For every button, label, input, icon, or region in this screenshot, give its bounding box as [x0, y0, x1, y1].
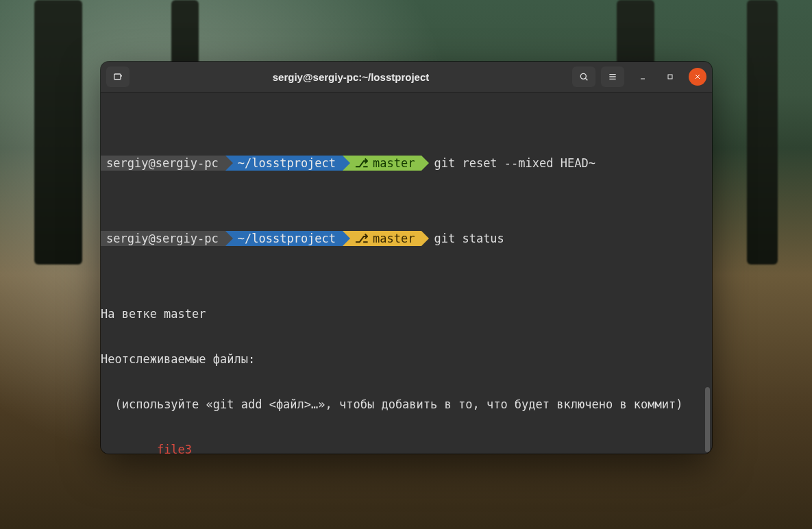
- svg-point-1: [580, 73, 586, 79]
- new-tab-icon: [112, 71, 123, 82]
- menu-button[interactable]: [601, 66, 624, 87]
- window-title: sergiy@sergiy-pc:~/losstproject: [135, 71, 567, 83]
- prompt-branch-segment: ⎇master: [343, 156, 421, 171]
- close-button[interactable]: [689, 68, 706, 86]
- terminal-window: sergiy@sergiy-pc:~/losstproject sergiy@s…: [101, 62, 712, 454]
- new-tab-button[interactable]: [106, 66, 130, 87]
- prompt-branch-segment: ⎇master: [343, 231, 421, 246]
- output-line: file3: [101, 442, 712, 454]
- terminal-viewport[interactable]: sergiy@sergiy-pc ~/losstproject ⎇master …: [101, 93, 712, 454]
- titlebar[interactable]: sergiy@sergiy-pc:~/losstproject: [101, 62, 712, 93]
- prompt-host: sergiy@sergiy-pc: [106, 156, 219, 171]
- svg-rect-2: [668, 75, 672, 79]
- maximize-icon: [666, 73, 674, 81]
- untracked-file: file3: [157, 443, 192, 454]
- output-line: На ветке master: [101, 306, 712, 321]
- output-line: Неотслеживаемые файлы:: [101, 352, 712, 367]
- svg-rect-0: [114, 74, 121, 79]
- command-text: git reset --mixed HEAD~: [421, 156, 595, 171]
- output-line: (используйте «git add <файл>…», чтобы до…: [101, 397, 712, 412]
- indent: [101, 443, 157, 454]
- prompt-line: sergiy@sergiy-pc ~/losstproject ⎇master …: [101, 156, 712, 171]
- git-branch-icon: ⎇: [355, 231, 369, 246]
- prompt-path-segment: ~/losstproject: [225, 156, 343, 171]
- prompt-host-segment: sergiy@sergiy-pc: [101, 231, 225, 246]
- maximize-button[interactable]: [661, 68, 679, 86]
- minimize-button[interactable]: [634, 68, 652, 86]
- prompt-line: sergiy@sergiy-pc ~/losstproject ⎇master …: [101, 231, 712, 246]
- wallpaper-decor: [34, 0, 82, 264]
- desktop-wallpaper: sergiy@sergiy-pc:~/losstproject sergiy@s…: [0, 0, 812, 529]
- prompt-branch: master: [373, 231, 415, 246]
- scrollbar-thumb[interactable]: [705, 387, 710, 452]
- search-icon: [578, 71, 589, 82]
- close-icon: [693, 73, 702, 81]
- prompt-branch: master: [373, 156, 415, 171]
- command-text: git status: [421, 231, 504, 246]
- git-branch-icon: ⎇: [355, 156, 369, 171]
- hamburger-icon: [607, 71, 618, 82]
- prompt-path: ~/losstproject: [238, 231, 336, 246]
- prompt-host: sergiy@sergiy-pc: [106, 231, 219, 246]
- minimize-icon: [639, 73, 647, 81]
- prompt-path: ~/losstproject: [238, 156, 336, 171]
- wallpaper-decor: [747, 0, 778, 264]
- search-button[interactable]: [572, 66, 595, 87]
- prompt-host-segment: sergiy@sergiy-pc: [101, 156, 225, 171]
- prompt-path-segment: ~/losstproject: [225, 231, 343, 246]
